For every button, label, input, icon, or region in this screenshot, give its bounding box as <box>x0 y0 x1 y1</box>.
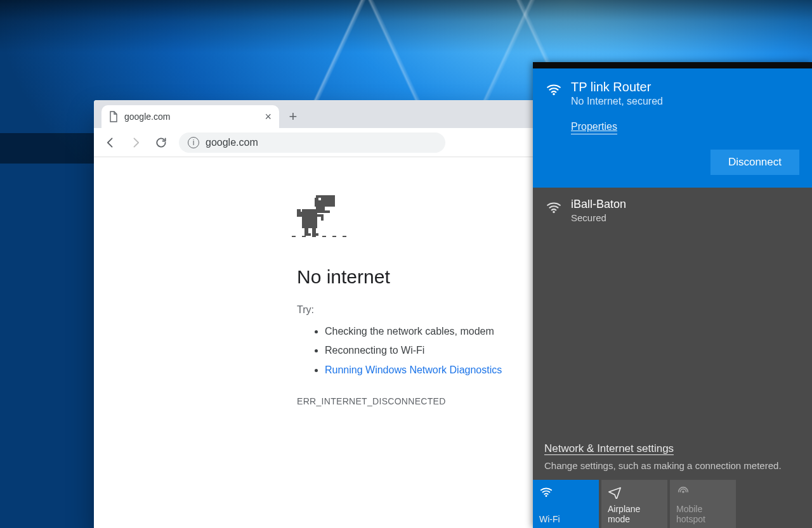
quick-action-tiles: Wi-Fi Airplane mode Mobilehotspot <box>533 480 812 528</box>
active-network-status: No Internet, secured <box>571 96 663 107</box>
available-network-name: iBall-Baton <box>571 198 626 211</box>
airplane-icon <box>608 485 622 499</box>
tile-label: Wi-Fi <box>539 514 593 524</box>
available-network[interactable]: iBall-Baton Secured <box>533 188 812 233</box>
svg-point-1 <box>553 211 554 213</box>
flyout-footer: Network & Internet settings Change setti… <box>533 442 812 528</box>
network-settings-link[interactable]: Network & Internet settings <box>544 442 674 455</box>
wifi-tile[interactable]: Wi-Fi <box>533 480 599 528</box>
svg-point-2 <box>546 495 547 497</box>
browser-tab[interactable]: google.com × <box>102 105 279 128</box>
address-bar[interactable]: i google.com <box>179 132 445 153</box>
airplane-mode-tile[interactable]: Airplane mode <box>601 480 667 528</box>
tab-title: google.com <box>124 112 170 122</box>
network-properties-link[interactable]: Properties <box>571 121 617 134</box>
network-settings-description: Change settings, such as making a connec… <box>533 458 812 480</box>
reload-button[interactable] <box>154 135 169 150</box>
tile-label: Airplane mode <box>608 504 661 524</box>
mobile-hotspot-tile[interactable]: Mobilehotspot <box>670 480 736 528</box>
dino-icon[interactable] <box>297 195 337 238</box>
tile-label: Mobilehotspot <box>676 504 730 524</box>
new-tab-button[interactable]: + <box>283 106 303 127</box>
network-flyout: TP link Router No Internet, secured Prop… <box>533 62 812 528</box>
diagnostics-link[interactable]: Running Windows Network Diagnostics <box>325 364 502 375</box>
wifi-icon <box>546 199 562 216</box>
active-network[interactable]: TP link Router No Internet, secured Prop… <box>533 68 812 188</box>
svg-point-0 <box>553 93 554 95</box>
address-bar-url: google.com <box>206 137 258 148</box>
flyout-top-border <box>533 62 812 68</box>
wifi-icon <box>539 485 553 499</box>
disconnect-button[interactable]: Disconnect <box>710 150 799 175</box>
svg-point-3 <box>682 491 684 493</box>
tab-close-icon[interactable]: × <box>265 111 272 122</box>
page-icon <box>109 111 118 122</box>
hotspot-icon <box>676 485 690 499</box>
available-network-status: Secured <box>571 212 626 223</box>
active-network-name: TP link Router <box>571 80 663 94</box>
site-info-icon[interactable]: i <box>188 137 199 148</box>
wifi-icon <box>546 81 562 98</box>
forward-button[interactable] <box>128 135 143 150</box>
back-button[interactable] <box>103 135 118 150</box>
